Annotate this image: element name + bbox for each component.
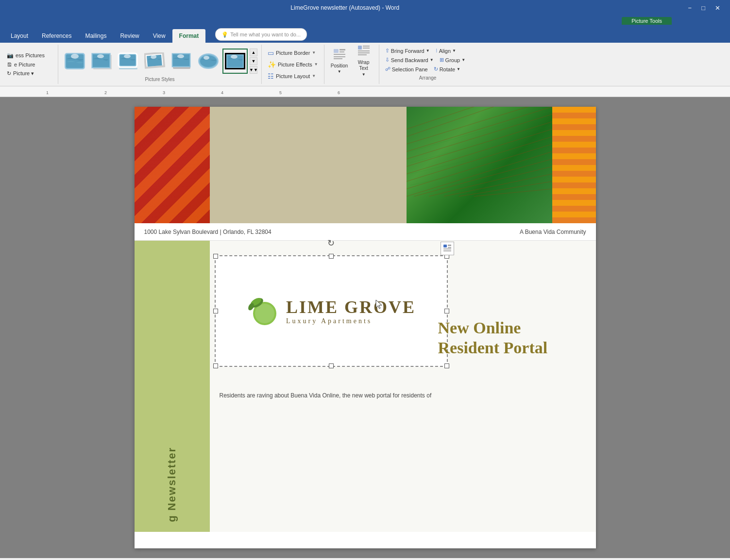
- sidebar-text: g Newsletter: [166, 447, 178, 522]
- bring-forward-icon: ⇧: [385, 48, 390, 54]
- picture-style-6[interactable]: [196, 49, 221, 74]
- position-wrap-buttons: Position ▼ WrapText ▼: [328, 47, 375, 74]
- change-picture-btn[interactable]: 🖻 e Picture: [4, 60, 54, 69]
- picture-border-btn[interactable]: ▭ Picture Border ▼: [266, 48, 320, 58]
- picture-styles-content: ▲ ▼ ▼▼: [62, 47, 257, 76]
- scroll-down-btn[interactable]: ▼: [250, 57, 257, 65]
- svg-rect-32: [358, 46, 362, 49]
- picture-style-1[interactable]: [62, 49, 87, 74]
- ruler-mark-1: 1: [46, 90, 49, 95]
- svg-point-17: [177, 54, 184, 58]
- svg-rect-33: [363, 46, 370, 47]
- tab-mailings[interactable]: Mailings: [78, 29, 113, 43]
- bring-forward-btn[interactable]: ⇧ Bring Forward ▼: [383, 47, 432, 55]
- rotate-icon: ↻: [434, 66, 438, 72]
- minimize-btn[interactable]: −: [684, 3, 696, 13]
- ruler-mark-3: 3: [163, 90, 165, 95]
- close-btn[interactable]: ✕: [711, 3, 724, 13]
- address-bar: 1000 Lake Sylvan Boulevard | Orlando, FL…: [135, 223, 596, 241]
- logo-selection-box[interactable]: ↻: [215, 255, 448, 367]
- maximize-btn[interactable]: □: [697, 3, 709, 13]
- picture-style-3[interactable]: [116, 49, 141, 74]
- handle-bottom-left[interactable]: [213, 363, 218, 368]
- logo-text-lime-grove: LIME GROVE: [286, 297, 416, 317]
- group-btn[interactable]: ⊞ Group ▼: [438, 56, 468, 64]
- picture-style-7[interactable]: [222, 49, 248, 74]
- handle-middle-right[interactable]: [444, 309, 449, 313]
- picture-styles-section: ▲ ▼ ▼▼ Picture Styles: [58, 45, 262, 84]
- search-icon: 💡: [221, 32, 228, 38]
- position-button[interactable]: Position ▼: [328, 47, 351, 74]
- selection-pane-icon: ☍: [385, 66, 390, 72]
- leaf-image: [407, 107, 552, 223]
- logo-content: LIME GROVE Luxury Apartments: [246, 293, 416, 329]
- content-main[interactable]: ↻: [210, 241, 596, 532]
- sidebar-green: g Newsletter: [135, 241, 210, 532]
- ruler-mark-2: 2: [104, 90, 107, 95]
- page: 1000 Lake Sylvan Boulevard | Orlando, FL…: [135, 107, 596, 548]
- tab-format[interactable]: Format: [172, 29, 206, 43]
- content-section: g Newsletter ↻: [135, 241, 596, 532]
- window-controls: − □ ✕: [684, 3, 724, 13]
- tell-me-input[interactable]: 💡 Tell me what you want to do...: [215, 28, 307, 41]
- send-backward-icon: ⇩: [385, 57, 390, 63]
- svg-line-49: [474, 189, 552, 196]
- compress-pictures-btn[interactable]: 📷 ess Pictures: [4, 51, 54, 60]
- picture-styles-grid: [62, 49, 248, 74]
- picture-styles-label: Picture Styles: [62, 77, 257, 82]
- svg-line-43: [407, 144, 552, 189]
- align-arrow: ▼: [452, 49, 456, 53]
- svg-line-52: [407, 107, 519, 129]
- svg-line-47: [443, 174, 552, 196]
- effects-icon: ✨: [268, 61, 276, 68]
- position-wrap-group: Position ▼ WrapText ▼: [324, 45, 379, 84]
- picture-layout-btn[interactable]: ☷ Picture Layout ▼: [266, 71, 320, 81]
- header-left-decoration: [135, 107, 210, 223]
- document-area: 1000 Lake Sylvan Boulevard | Orlando, FL…: [0, 97, 730, 558]
- align-btn[interactable]: ⁝ Align ▼: [434, 47, 458, 55]
- arrange-row-3: ☍ Selection Pane ↻ Rotate ▼: [383, 65, 473, 73]
- tab-layout[interactable]: Layout: [4, 29, 35, 43]
- rotate-btn[interactable]: ↻ Rotate ▼: [432, 65, 462, 73]
- arrange-group: ⇧ Bring Forward ▼ ⁝ Align ▼ ⇩ Send Backw…: [379, 45, 476, 84]
- svg-line-44: [407, 151, 552, 196]
- handle-top-left[interactable]: [213, 254, 218, 259]
- scroll-more-btn[interactable]: ▼▼: [250, 66, 257, 74]
- picture-effects-btn[interactable]: ✨ Picture Effects ▼: [266, 60, 320, 69]
- picture-style-2[interactable]: [89, 49, 114, 74]
- ruler-mark-4: 4: [221, 90, 223, 95]
- wrap-text-button[interactable]: WrapText ▼: [353, 47, 375, 74]
- tab-review[interactable]: Review: [113, 29, 146, 43]
- picture-tools-label: Picture Tools: [622, 17, 672, 25]
- chevron-pattern: [135, 107, 210, 223]
- handle-middle-left[interactable]: [213, 309, 218, 313]
- send-backward-btn[interactable]: ⇩ Send Backward ▼: [383, 56, 436, 64]
- picture-style-5[interactable]: [169, 49, 194, 74]
- selection-pane-btn[interactable]: ☍ Selection Pane: [383, 65, 430, 73]
- svg-rect-27: [340, 51, 344, 52]
- rotation-handle[interactable]: ↻: [327, 239, 335, 247]
- wrap-text-label: WrapText: [358, 60, 370, 71]
- position-label: Position: [331, 63, 348, 68]
- handle-top-center[interactable]: [329, 254, 334, 259]
- layout-icon-badge[interactable]: [441, 242, 454, 255]
- svg-line-41: [407, 129, 552, 174]
- svg-rect-59: [448, 247, 451, 248]
- tab-view[interactable]: View: [146, 29, 172, 43]
- picture-style-4[interactable]: [142, 49, 168, 74]
- svg-point-24: [231, 55, 238, 59]
- position-icon: [333, 47, 346, 62]
- reset-picture-btn[interactable]: ↻ Picture ▾: [4, 69, 54, 78]
- svg-rect-25: [334, 49, 339, 53]
- ruler-mark-5: 5: [279, 90, 282, 95]
- picture-format-group: ▭ Picture Border ▼ ✨ Picture Effects ▼ ☷…: [262, 45, 324, 84]
- handle-bottom-right[interactable]: [444, 363, 449, 368]
- scroll-up-btn[interactable]: ▲: [250, 49, 257, 56]
- handle-bottom-center[interactable]: [329, 363, 334, 368]
- svg-rect-61: [443, 250, 451, 251]
- layout-icon: ☷: [268, 72, 274, 80]
- svg-rect-31: [334, 58, 342, 59]
- svg-line-39: [407, 114, 552, 159]
- tab-references[interactable]: References: [35, 29, 78, 43]
- wrap-text-arrow: ▼: [362, 72, 366, 77]
